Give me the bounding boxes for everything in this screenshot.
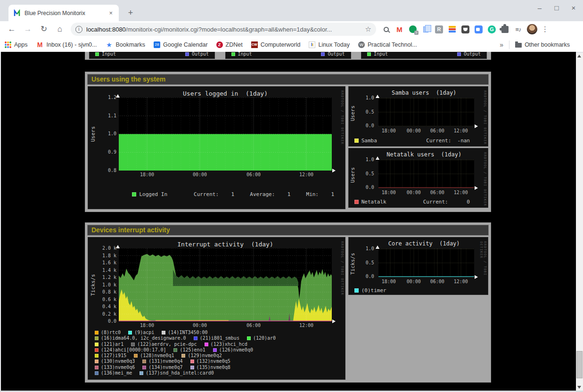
samba-legend-swatch bbox=[354, 139, 359, 143]
bookmark-item-google-calendar[interactable]: 28Google Calendar bbox=[154, 41, 208, 48]
scrollbar-up-arrow-icon[interactable] bbox=[577, 55, 581, 57]
new-tab-button[interactable]: + bbox=[124, 7, 137, 19]
back-button[interactable]: ← bbox=[6, 23, 18, 35]
users-section-header: Users using the system bbox=[87, 74, 489, 85]
network-graph-panel[interactable]: InputOutput bbox=[225, 52, 351, 59]
forward-button[interactable]: → bbox=[22, 23, 34, 35]
interrupts-section: Devices interrupt activity Interrupt act… bbox=[85, 222, 491, 383]
linux-today-icon: lt bbox=[309, 41, 315, 48]
rrdtool-watermark: RRDTOOL / TOBI OETIKER bbox=[479, 241, 487, 294]
reading-list-icon[interactable]: ≡♪ bbox=[514, 25, 523, 34]
tab-close-icon[interactable]: × bbox=[107, 8, 115, 17]
gmail-icon[interactable]: M bbox=[395, 25, 404, 34]
pocket-icon[interactable] bbox=[461, 25, 470, 34]
bookmark-item-zdnet[interactable]: ZZDNet bbox=[216, 41, 243, 48]
graph-title: Interrupt activity (1day) bbox=[119, 241, 332, 248]
reload-button[interactable]: ↻ bbox=[38, 23, 50, 35]
network-graph-panel[interactable]: InputOutput bbox=[89, 52, 215, 59]
window-close-button[interactable]: × bbox=[569, 4, 578, 12]
home-button[interactable]: ⌂ bbox=[54, 23, 66, 35]
page-content: InputOutput InputOutput InputOutput User… bbox=[1, 52, 576, 391]
users-section: Users using the system Users logged in (… bbox=[85, 72, 491, 212]
users-logged-in-graph[interactable]: Users logged in (1day) Users 1.2 1.1 1.0… bbox=[88, 86, 345, 209]
netatalk-current-value: Current: 0 bbox=[423, 199, 470, 205]
extension-row: M R G ≡♪ ⋮ bbox=[382, 24, 549, 34]
browser-tab[interactable]: Blue Precision Monitorix × bbox=[8, 5, 119, 21]
wordpress-icon: W bbox=[358, 41, 365, 48]
output-legend-swatch bbox=[321, 52, 325, 56]
tab-title: Blue Precision Monitorix bbox=[25, 10, 107, 16]
zdnet-icon: Z bbox=[216, 41, 223, 48]
output-legend-swatch bbox=[457, 52, 461, 56]
graph-title: Users logged in (1day) bbox=[119, 90, 332, 97]
bookmark-item-linux-today[interactable]: ltLinux Today bbox=[309, 41, 350, 48]
monitorix-favicon-icon bbox=[13, 9, 21, 17]
interrupt-activity-graph[interactable]: Interrupt activity (1day) Ticks/s 2.0 k … bbox=[88, 237, 345, 380]
samba-users-graph[interactable]: Samba users (1day) Users 1.0 0.5 0.0 bbox=[348, 86, 488, 147]
legend-label: Logged In bbox=[139, 191, 167, 197]
search-icon[interactable] bbox=[382, 25, 391, 34]
bookmark-item-bookmarks[interactable]: ★Bookmarks bbox=[106, 41, 146, 49]
calendar-icon: 28 bbox=[154, 41, 160, 48]
bookmark-item-practical-technology[interactable]: WPractical Technol... bbox=[358, 41, 417, 48]
bookmarks-bar: Apps MInbox (16) - sjvn0... ★Bookmarks 2… bbox=[0, 37, 583, 52]
input-legend-swatch bbox=[367, 52, 371, 56]
bookmark-item-computerworld[interactable]: CWComputerworld bbox=[251, 41, 301, 48]
scrollbar-down-arrow-icon[interactable] bbox=[577, 386, 581, 389]
y-axis-label: Ticks/s bbox=[90, 248, 96, 321]
grammarly-icon[interactable]: G bbox=[487, 25, 496, 34]
r-extension-icon[interactable]: R bbox=[435, 25, 443, 34]
url-bar[interactable]: i localhost:8080/monitorix-cgi/monitorix… bbox=[71, 23, 376, 36]
rrdtool-watermark: RRDTOOL / TOBI OETIKER bbox=[483, 152, 487, 206]
tab-strip: Blue Precision Monitorix × + – □ × bbox=[0, 0, 583, 21]
input-legend-swatch bbox=[231, 52, 235, 56]
users-plot-area bbox=[119, 98, 332, 171]
bookmarks-overflow-chevron[interactable]: » bbox=[500, 41, 503, 49]
page-info-icon[interactable]: i bbox=[75, 26, 82, 33]
window-maximize-button[interactable]: □ bbox=[552, 4, 561, 12]
copy-pages-icon[interactable] bbox=[421, 25, 430, 34]
interrupt-plot-area bbox=[119, 248, 332, 321]
timer-legend-swatch bbox=[354, 288, 359, 293]
interrupts-section-header: Devices interrupt activity bbox=[87, 225, 489, 236]
core-activity-graph[interactable]: Core activity (1day) Ticks/s 1.0 0.5 0.0 bbox=[348, 237, 488, 295]
folder-icon bbox=[515, 43, 522, 48]
rrdtool-watermark: RRDTOOL / TOBI OETIKER bbox=[340, 90, 344, 145]
browser-toolbar: ← → ↻ ⌂ i localhost:8080/monitorix-cgi/m… bbox=[0, 21, 583, 37]
books-icon[interactable] bbox=[448, 25, 457, 34]
logged-in-legend-swatch bbox=[132, 192, 136, 196]
menu-kebab-icon[interactable]: ⋮ bbox=[542, 25, 549, 33]
apps-button[interactable]: Apps bbox=[5, 41, 28, 48]
star-icon: ★ bbox=[106, 41, 113, 49]
window-minimize-button[interactable]: – bbox=[535, 4, 544, 12]
netatalk-users-graph[interactable]: Netatalk users (1day) Users 1.0 0.5 0.0 bbox=[348, 148, 488, 208]
apps-grid-icon bbox=[5, 41, 11, 48]
legend-label: Netatalk bbox=[361, 199, 386, 205]
scrollbar-thumb[interactable] bbox=[576, 351, 583, 378]
legend-label: Samba bbox=[361, 138, 377, 144]
y-axis-label: Users bbox=[350, 161, 356, 189]
gmail-icon: M bbox=[36, 41, 44, 49]
vertical-scrollbar[interactable] bbox=[576, 53, 583, 391]
bookmark-item-inbox[interactable]: MInbox (16) - sjvn0... bbox=[36, 41, 97, 49]
graph-title: Core activity (1day) bbox=[372, 240, 476, 247]
y-axis-label: Users bbox=[350, 99, 356, 127]
samba-current-value: Current: -nan bbox=[426, 138, 470, 144]
bookmark-star-icon[interactable]: ☆ bbox=[365, 25, 371, 33]
profile-avatar[interactable] bbox=[527, 24, 537, 34]
url-text: localhost:8080/monitorix-cgi/monitorix.c… bbox=[86, 26, 365, 33]
graph-title: Netatalk users (1day) bbox=[372, 151, 476, 158]
interrupt-legend: (8)rtc0 (9)acpi (14)INT3450:00 (16)idma6… bbox=[95, 330, 276, 376]
extensions-puzzle-icon[interactable] bbox=[501, 25, 509, 34]
netatalk-legend-swatch bbox=[354, 200, 359, 204]
zoom-icon[interactable] bbox=[474, 25, 483, 34]
network-graph-panel[interactable]: InputOutput bbox=[361, 52, 487, 59]
graph-title: Samba users (1day) bbox=[372, 90, 476, 96]
computerworld-icon: CW bbox=[251, 41, 258, 48]
y-axis-label: Users bbox=[90, 98, 96, 171]
output-legend-swatch bbox=[185, 52, 189, 56]
netatalk-plot-area bbox=[378, 160, 474, 188]
core-plot-area bbox=[378, 249, 474, 277]
other-bookmarks-button[interactable]: Other bookmarks bbox=[515, 41, 570, 48]
voice-icon[interactable] bbox=[408, 25, 417, 34]
